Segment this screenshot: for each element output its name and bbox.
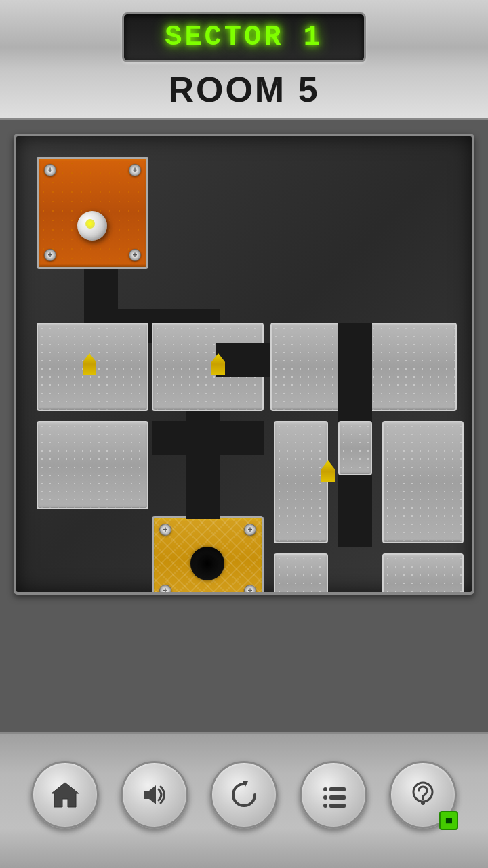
goal-hole [190,547,224,580]
menu-button[interactable] [300,761,367,829]
svg-rect-6 [329,804,346,808]
tile-right-lower2 [382,553,464,595]
game-container [14,134,474,595]
bullet-center-right [321,460,335,482]
puzzle-area [16,136,472,592]
home-button[interactable] [31,761,99,829]
player-ball [77,211,107,241]
svg-point-1 [323,787,327,791]
hint-button[interactable]: ▮▮ [389,761,457,829]
game-header: SECTOR 1 ROOM 5 [0,0,488,120]
restart-button[interactable] [210,761,278,829]
tile-right-bar2 [338,421,372,475]
sector-display: SECTOR 1 [122,12,366,62]
tile-right-lower1 [274,553,328,595]
svg-point-8 [421,801,425,805]
room-label: ROOM 5 [168,69,319,110]
svg-point-5 [323,804,327,808]
tile-right-bar1 [274,421,328,543]
bullet-center [211,353,225,375]
svg-point-3 [323,795,327,800]
bullet-left [83,353,96,375]
path-to-goal [186,411,220,519]
tile-bottom-left [37,421,148,509]
toolbar: ▮▮ [0,732,488,868]
sound-button[interactable] [121,761,188,829]
svg-rect-2 [329,787,346,791]
restart-icon [228,778,260,811]
tile-far-right [382,421,464,543]
menu-icon [317,778,350,811]
svg-rect-4 [329,795,346,800]
hint-badge: ▮▮ [439,811,458,830]
home-icon [49,778,81,811]
sector-label: SECTOR 1 [165,21,323,54]
sound-icon [138,778,171,811]
hint-icon [407,778,439,811]
